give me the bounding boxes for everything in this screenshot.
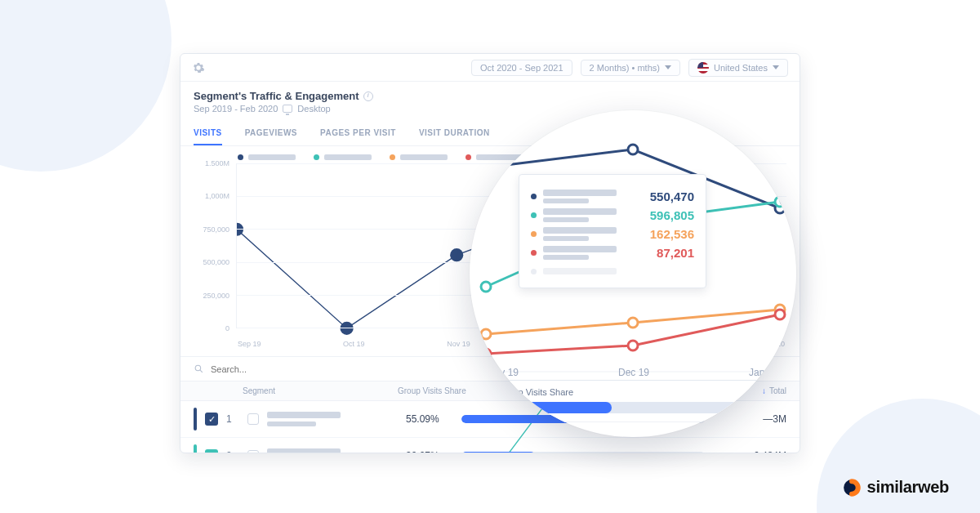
page-subtitle: Sep 2019 - Feb 2020 Desktop <box>194 104 786 114</box>
gear-icon[interactable] <box>192 61 205 74</box>
title-text: Segment's Traffic & Engagement <box>194 90 359 102</box>
skeleton <box>248 154 296 160</box>
dot-icon <box>466 154 471 160</box>
legend-item <box>314 154 372 160</box>
x-tick: Dec 19 <box>618 367 649 378</box>
skeleton <box>543 246 617 252</box>
chart-tooltip: 550,470596,805162,53687,201 <box>519 174 706 288</box>
share-bar <box>461 452 705 453</box>
skeleton <box>324 154 372 160</box>
tooltip-value: 550,470 <box>650 190 694 203</box>
tooltip-value: 87,201 <box>657 246 694 260</box>
share-bar-fill <box>461 452 535 453</box>
skeleton <box>543 190 617 196</box>
date-range-label: Oct 2020 - Sep 2021 <box>480 63 564 73</box>
tooltip-row: 87,201 <box>531 246 694 260</box>
date-range-selector[interactable]: Oct 2020 - Sep 2021 <box>471 60 572 76</box>
search-icon <box>194 364 204 374</box>
dot-icon <box>531 212 537 218</box>
dot-icon <box>531 194 537 199</box>
y-axis: 0250,000500,000750,0001,000M1.500M <box>194 163 233 328</box>
magnifier-lens: Nov 19 Dec 19 Jan 20 550,470596,805162,5… <box>470 110 796 437</box>
tab-pages-per-visit[interactable]: PAGES PER VISIT <box>320 123 396 145</box>
tooltip-row: 162,536 <box>531 227 694 241</box>
tooltip-value: 596,805 <box>650 208 694 222</box>
granularity-label: 2 Months) • mths) <box>590 63 660 73</box>
svg-point-34 <box>628 318 638 328</box>
skeleton <box>543 208 617 215</box>
skeleton <box>543 236 589 241</box>
legend-item <box>390 154 448 160</box>
page-title: Segment's Traffic & Engagement <box>194 90 786 102</box>
granularity-selector[interactable]: 2 Months) • mths) <box>581 60 680 76</box>
chevron-down-icon <box>665 65 671 69</box>
row-color-indicator <box>194 408 197 430</box>
info-icon[interactable] <box>363 91 373 101</box>
country-label: United States <box>714 63 768 73</box>
tooltip-ghost-row <box>531 268 694 274</box>
row-color-indicator <box>194 444 197 453</box>
dot-icon <box>531 250 537 256</box>
dot-icon <box>314 154 319 160</box>
svg-point-24 <box>195 365 201 371</box>
svg-point-33 <box>481 329 491 339</box>
subtitle-device: Desktop <box>297 104 330 114</box>
share-title: Group Visits Share <box>498 387 768 397</box>
lens-x-axis: Nov 19 Dec 19 Jan 20 <box>488 367 778 378</box>
skeleton <box>543 217 589 222</box>
row-checkbox[interactable]: ✓ <box>205 449 218 453</box>
brand-text: similarweb <box>867 478 949 497</box>
skeleton <box>543 268 617 274</box>
desktop-icon <box>283 105 292 113</box>
panel-header: Segment's Traffic & Engagement Sep 2019 … <box>180 82 800 118</box>
tab-visits[interactable]: VISITS <box>194 123 222 145</box>
skeleton <box>543 255 589 260</box>
svg-point-37 <box>628 341 638 350</box>
similarweb-mark-icon <box>843 479 861 497</box>
subtitle-range: Sep 2019 - Feb 2020 <box>194 104 278 114</box>
skeleton <box>543 227 617 234</box>
bg-decor-top <box>0 0 172 172</box>
chevron-down-icon <box>773 65 779 69</box>
svg-point-28 <box>628 145 638 154</box>
svg-point-38 <box>775 310 785 319</box>
tooltip-row: 596,805 <box>531 208 694 222</box>
tooltip-row: 550,470 <box>531 190 694 203</box>
skeleton <box>543 199 589 203</box>
brand-logo: similarweb <box>843 478 949 497</box>
flag-us-icon <box>697 62 709 74</box>
dot-icon <box>531 269 537 274</box>
country-selector[interactable]: United States <box>688 59 788 77</box>
svg-point-30 <box>481 282 491 292</box>
topbar: Oct 2020 - Sep 2021 2 Months) • mths) Un… <box>180 54 800 82</box>
svg-line-25 <box>200 370 203 372</box>
tab-pageviews[interactable]: PAGEVIEWS <box>245 123 297 145</box>
svg-point-2 <box>450 248 463 261</box>
row-checkbox[interactable]: ✓ <box>205 413 218 426</box>
dot-icon <box>390 154 395 160</box>
dot-icon <box>531 231 537 237</box>
legend-item <box>238 154 296 160</box>
tooltip-value: 162,536 <box>650 227 694 241</box>
tab-visit-duration[interactable]: VISIT DURATION <box>419 123 490 145</box>
skeleton <box>400 154 448 160</box>
dot-icon <box>238 154 243 160</box>
